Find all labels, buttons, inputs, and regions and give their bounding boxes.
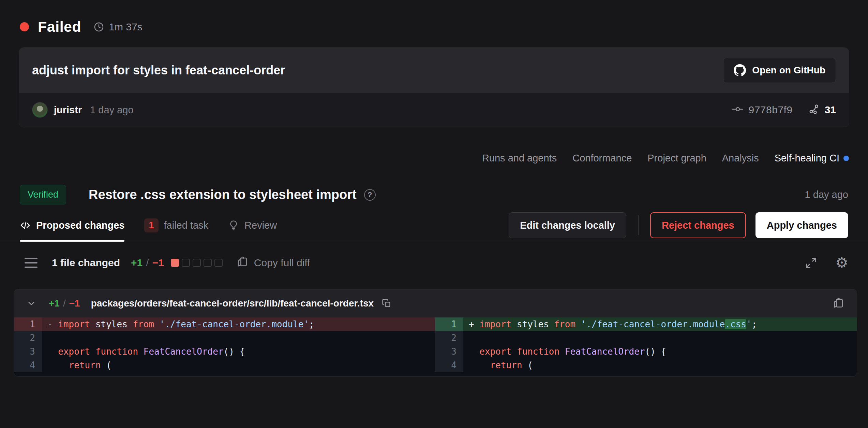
line-number: 2	[435, 331, 463, 345]
line-content: + import styles from './feat-cancel-orde…	[463, 317, 857, 331]
lightbulb-icon	[228, 220, 239, 231]
branch-count: 31	[825, 104, 836, 116]
run-duration: 1m 37s	[93, 21, 142, 33]
nav-project-graph[interactable]: Project graph	[647, 153, 706, 164]
diff-toolbar: 1 file changed +1 / −1 Copy full diff	[0, 256, 868, 270]
open-on-github-label: Open on GitHub	[752, 65, 825, 76]
diff-pane-new: 1 + import styles from './feat-cancel-or…	[435, 317, 857, 372]
run-status-row: Failed 1m 37s	[0, 0, 868, 35]
fix-heading-row: Verified Restore .css extension to style…	[0, 185, 868, 204]
file-deletions: −1	[69, 298, 80, 309]
diff-line[interactable]: 3 export function FeatCancelOrder() {	[14, 345, 435, 358]
line-number: 3	[14, 345, 42, 358]
chevron-down-icon[interactable]	[26, 298, 36, 309]
line-content: return (	[42, 358, 435, 372]
commit-hash: 9778b7f9	[748, 104, 792, 116]
tab-proposed-changes[interactable]: Proposed changes	[20, 210, 124, 241]
diff-line[interactable]: 2	[435, 331, 857, 345]
line-number: 1	[14, 317, 42, 331]
reject-changes-button[interactable]: Reject changes	[650, 212, 746, 238]
tabs-row: Proposed changes 1 failed task Review Ed…	[0, 210, 868, 241]
verified-badge: Verified	[20, 185, 66, 204]
diff-line-added[interactable]: 1 + import styles from './feat-cancel-or…	[435, 317, 857, 331]
commit-refs: 9778b7f9 31	[732, 103, 836, 116]
diff-line[interactable]: 3 export function FeatCancelOrder() {	[435, 345, 857, 358]
file-stat-separator: /	[63, 298, 66, 309]
diff-stats: +1 / −1	[131, 257, 164, 269]
diff-line[interactable]: 4 return (	[14, 358, 435, 372]
diff-block-empty	[193, 259, 201, 267]
failed-status-dot	[20, 22, 29, 31]
tab-proposed-changes-label: Proposed changes	[36, 220, 124, 231]
workspace-nav: Runs and agents Conformance Project grap…	[0, 153, 868, 164]
line-content	[463, 331, 857, 345]
diff-block-empty	[214, 259, 223, 267]
edit-changes-locally-button[interactable]: Edit changes locally	[509, 212, 626, 238]
line-content	[42, 331, 435, 345]
fix-title: Restore .css extension to stylesheet imp…	[89, 187, 357, 202]
diff-line-removed[interactable]: 1 - import styles from './feat-cancel-or…	[14, 317, 435, 331]
word-diff-highlight: .css	[725, 319, 746, 329]
expand-icon[interactable]	[805, 256, 818, 269]
tabs: Proposed changes 1 failed task Review	[20, 210, 277, 241]
commit-hash-ref[interactable]: 9778b7f9	[732, 103, 792, 116]
file-list-menu-icon[interactable]	[25, 258, 38, 268]
copy-path-icon[interactable]	[382, 299, 391, 308]
github-icon	[734, 64, 746, 76]
nav-conformance[interactable]: Conformance	[572, 153, 632, 164]
diff-line[interactable]: 2	[14, 331, 435, 345]
additions-count: +1	[131, 257, 143, 269]
stat-separator: /	[146, 257, 149, 269]
nav-analysis[interactable]: Analysis	[722, 153, 759, 164]
line-content: export function FeatCancelOrder() {	[463, 345, 857, 358]
file-additions: +1	[49, 298, 60, 309]
tab-review-label: Review	[244, 220, 277, 231]
deletions-count: −1	[152, 257, 164, 269]
failed-count-badge: 1	[144, 218, 158, 232]
branch-ref[interactable]: 31	[808, 103, 836, 116]
file-path: packages/orders/feat-cancel-order/src/li…	[91, 298, 374, 309]
commit-message: adjust import for styles in feat-cancel-…	[32, 63, 285, 77]
git-branch-icon	[808, 103, 820, 116]
avatar[interactable]	[32, 102, 48, 118]
help-icon[interactable]: ?	[364, 189, 376, 201]
open-on-github-button[interactable]: Open on GitHub	[723, 58, 836, 83]
line-content: export function FeatCancelOrder() {	[42, 345, 435, 358]
commit-card-header: adjust import for styles in feat-cancel-…	[19, 48, 849, 93]
copy-file-diff-icon[interactable]	[832, 297, 844, 310]
line-number: 3	[435, 345, 463, 358]
diff-block-empty	[204, 259, 212, 267]
fix-time: 1 day ago	[805, 189, 848, 200]
copy-full-diff-button[interactable]: Copy full diff	[236, 256, 310, 270]
diff-file-card: +1 / −1 packages/orders/feat-cancel-orde…	[14, 289, 857, 376]
line-content: - import styles from './feat-cancel-orde…	[42, 317, 435, 331]
tab-review[interactable]: Review	[228, 210, 277, 241]
run-duration-text: 1m 37s	[109, 21, 142, 33]
file-diff-stats: +1 / −1	[49, 298, 80, 309]
line-number: 2	[14, 331, 42, 345]
diff-block-filled	[171, 259, 179, 267]
apply-changes-button[interactable]: Apply changes	[755, 212, 848, 238]
author-name[interactable]: juristr	[54, 104, 82, 116]
gear-icon[interactable]: ⚙	[835, 256, 848, 270]
commit-time: 1 day ago	[90, 104, 133, 116]
self-healing-ci-page: Failed 1m 37s adjust import for styles i…	[0, 0, 868, 428]
line-number: 4	[435, 358, 463, 372]
files-changed-label: 1 file changed	[52, 257, 120, 269]
tab-failed-task-label: failed task	[164, 220, 209, 231]
action-buttons: Edit changes locally Reject changes Appl…	[509, 212, 848, 238]
nav-self-healing-ci-label: Self-healing CI	[775, 153, 839, 164]
nav-self-healing-ci[interactable]: Self-healing CI	[775, 153, 849, 164]
diff-line[interactable]: 4 return (	[435, 358, 857, 372]
diff-split-view: 1 - import styles from './feat-cancel-or…	[14, 317, 857, 376]
blue-dot-indicator	[843, 156, 849, 161]
tab-failed-task[interactable]: 1 failed task	[144, 210, 208, 241]
line-content: return (	[463, 358, 857, 372]
diff-toolbar-right: ⚙	[805, 256, 848, 270]
commit-card: adjust import for styles in feat-cancel-…	[19, 47, 849, 127]
git-commit-icon	[732, 103, 744, 116]
clipboard-icon	[236, 256, 249, 270]
diff-blocks-indicator	[171, 259, 223, 267]
nav-runs-and-agents[interactable]: Runs and agents	[482, 153, 557, 164]
clock-icon	[93, 22, 104, 32]
